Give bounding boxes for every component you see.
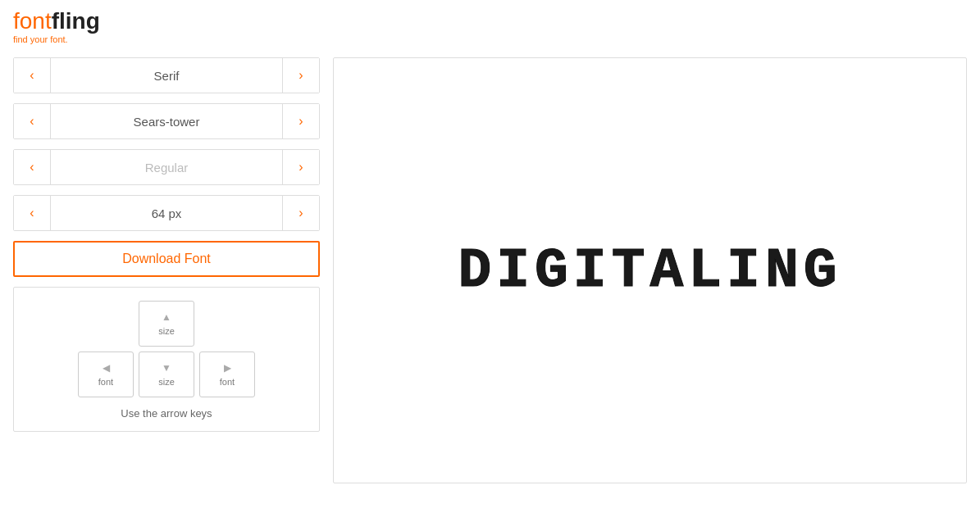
font-preview-panel: DIGITALING	[333, 57, 967, 483]
font-name-selector: ‹ Sears-tower ›	[13, 103, 320, 139]
logo: fontfling	[13, 10, 967, 33]
font-prev-button[interactable]: ‹	[14, 104, 50, 138]
logo-area: fontfling find your font.	[0, 0, 980, 49]
style-prev-button[interactable]: ‹	[14, 150, 50, 184]
category-label: Serif	[50, 58, 283, 93]
size-label: 64 px	[50, 196, 283, 230]
style-next-button[interactable]: ›	[283, 150, 319, 184]
size-selector: ‹ 64 px ›	[13, 195, 320, 231]
arrow-top-row: ▲ size	[139, 301, 194, 347]
size-next-button[interactable]: ›	[283, 196, 319, 230]
left-arrow-icon: ◀	[103, 362, 110, 374]
style-selector: ‹ Regular ›	[13, 149, 320, 185]
down-key-label: size	[158, 377, 175, 387]
logo-fling-part: fling	[52, 8, 100, 34]
left-key-label: font	[98, 377, 113, 387]
font-name-label: Sears-tower	[50, 104, 283, 138]
arrow-guide-instruction: Use the arrow keys	[121, 407, 212, 420]
logo-font-part: font	[13, 8, 52, 34]
up-arrow-icon: ▲	[162, 311, 171, 323]
logo-tagline: find your font.	[13, 34, 967, 44]
right-arrow-icon: ▶	[224, 362, 231, 374]
down-arrow-key: ▼ size	[139, 352, 194, 397]
category-selector: ‹ Serif ›	[13, 57, 320, 93]
size-prev-button[interactable]: ‹	[14, 196, 50, 230]
arrow-keys-grid: ▲ size ◀ font ▼ size ▶	[78, 301, 255, 397]
category-prev-button[interactable]: ‹	[14, 58, 50, 93]
arrow-bottom-row: ◀ font ▼ size ▶ font	[78, 352, 255, 397]
font-next-button[interactable]: ›	[283, 104, 319, 138]
right-arrow-key: ▶ font	[199, 352, 255, 397]
main-layout: ‹ Serif › ‹ Sears-tower › ‹ Regular › ‹ …	[0, 49, 980, 492]
download-font-button[interactable]: Download Font	[13, 241, 320, 277]
right-key-label: font	[220, 377, 235, 387]
font-preview-text: DIGITALING	[458, 239, 841, 302]
left-arrow-key: ◀ font	[78, 352, 134, 397]
up-arrow-key: ▲ size	[139, 301, 194, 347]
style-label: Regular	[50, 150, 283, 184]
category-next-button[interactable]: ›	[283, 58, 319, 93]
left-panel: ‹ Serif › ‹ Sears-tower › ‹ Regular › ‹ …	[7, 49, 326, 492]
arrow-key-guide: ▲ size ◀ font ▼ size ▶	[13, 287, 320, 432]
up-key-label: size	[158, 326, 175, 336]
down-arrow-icon: ▼	[162, 362, 171, 374]
